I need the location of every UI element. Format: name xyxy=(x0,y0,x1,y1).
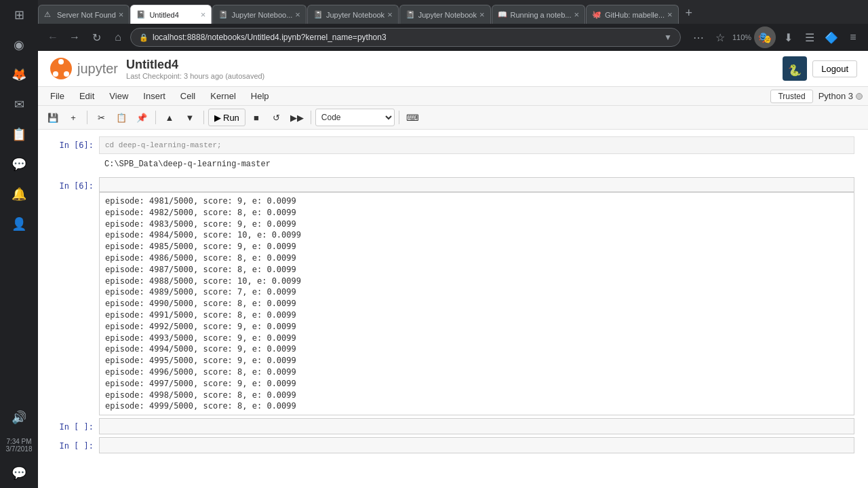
browser-sidebar: ⊞ ◉ 🦊 ✉ 📋 💬 🔔 👤 🔊 7:34 PM 3/7/2018 💬 xyxy=(0,0,38,488)
copy-button[interactable]: 📋 xyxy=(112,109,131,126)
cells-container: In [6]: cd deep-q-learning-master; C:\SP… xyxy=(38,130,868,488)
zoom-level[interactable]: 110% xyxy=(732,28,751,47)
checkpoint-info: Last Checkpoint: 3 hours ago (autosaved) xyxy=(126,72,264,80)
tab-favicon-4: 📓 xyxy=(313,10,323,20)
reload-button[interactable]: ↻ xyxy=(87,28,106,47)
tab-github[interactable]: 🐙 GitHub: mabelle... × xyxy=(586,5,679,24)
tab-jupyter-5[interactable]: 📓 Jupyter Notebook × xyxy=(399,5,491,24)
home-button[interactable]: ⌂ xyxy=(108,28,127,47)
empty-code-cell-2[interactable] xyxy=(99,437,854,453)
sidebar-collapse-icon[interactable]: 💬 xyxy=(5,459,33,487)
tab-jupyter-3[interactable]: 📓 Jupyter Noteboo... × xyxy=(212,5,306,24)
sidebar-chat-icon[interactable]: 💬 xyxy=(5,151,33,178)
system-time: 7:34 PM xyxy=(6,438,31,445)
sidebar-mail-icon[interactable]: ✉ xyxy=(5,91,33,118)
settings-icon[interactable]: ≡ xyxy=(844,28,863,47)
kernel-indicator: Python 3 xyxy=(818,91,863,101)
code-cell-truncated[interactable]: cd deep-q-learning-master; xyxy=(99,136,854,154)
cut-button[interactable]: ✂ xyxy=(92,109,111,126)
menu-insert[interactable]: Insert xyxy=(136,88,172,104)
tab-title-7: GitHub: mabelle... xyxy=(605,11,665,19)
tab-title-4: Jupyter Notebook xyxy=(326,11,384,19)
path-output-text: C:\SPB_Data\deep-q-learning-master xyxy=(99,157,854,172)
tab-title-5: Jupyter Notebook xyxy=(418,11,477,19)
tab-close-2[interactable]: × xyxy=(201,10,206,20)
paste-button[interactable]: 📌 xyxy=(132,109,151,126)
forward-button[interactable]: → xyxy=(65,28,84,47)
move-down-button[interactable]: ▼ xyxy=(180,109,199,126)
empty-cell-prompt-2: In [ ]: xyxy=(38,437,99,451)
tab-favicon-5: 📓 xyxy=(406,10,415,20)
tab-close-6[interactable]: × xyxy=(574,10,579,20)
menu-edit[interactable]: Edit xyxy=(73,88,101,104)
tab-jupyter-4[interactable]: 📓 Jupyter Notebook × xyxy=(307,5,399,24)
toolbar-separator-4 xyxy=(311,111,311,124)
sidebar-toggle[interactable]: ☰ xyxy=(800,28,819,47)
sidebar-apps-icon[interactable]: ⊞ xyxy=(5,1,33,29)
more-actions-button[interactable]: ⋯ xyxy=(689,28,708,47)
tab-title-1: Server Not Found xyxy=(57,11,116,19)
back-button[interactable]: ← xyxy=(43,28,62,47)
code-cell-6[interactable] xyxy=(99,177,854,192)
tab-close-1[interactable]: × xyxy=(119,10,124,20)
toolbar-separator-2 xyxy=(155,111,156,124)
tab-close-7[interactable]: × xyxy=(667,10,673,20)
menu-items: File Edit View Insert Cell Kernel Help xyxy=(43,88,276,104)
tab-favicon-1: ⚠ xyxy=(44,10,54,20)
tab-untitled4[interactable]: 📓 Untitled4 × xyxy=(130,5,212,24)
save-button[interactable]: 💾 xyxy=(43,109,62,126)
restart-run-button[interactable]: ▶▶ xyxy=(288,109,307,126)
sidebar-circle-icon[interactable]: ◉ xyxy=(5,31,33,58)
toolbar-separator-5 xyxy=(399,111,399,124)
menu-cell[interactable]: Cell xyxy=(174,88,202,104)
svg-point-3 xyxy=(64,71,69,77)
cell-prompt-truncated: In [6]: xyxy=(38,136,99,150)
move-up-button[interactable]: ▲ xyxy=(160,109,179,126)
bookmark-icon[interactable]: ☆ xyxy=(711,28,730,47)
jupyter-logo-icon xyxy=(49,56,73,81)
menu-bar: File Edit View Insert Cell Kernel Help T… xyxy=(38,87,868,106)
tab-running[interactable]: 📖 Running a noteb... × xyxy=(492,5,586,24)
menu-kernel[interactable]: Kernel xyxy=(203,88,243,104)
new-tab-button[interactable]: + xyxy=(679,3,698,22)
menu-right: Trusted Python 3 xyxy=(770,90,863,103)
menu-file[interactable]: File xyxy=(43,88,71,104)
jupyter-actions: 🐍 Logout xyxy=(783,56,857,81)
output-text-pre: episode: 4981/5000, score: 9, e: 0.0099 … xyxy=(105,195,848,412)
tab-bar: ⚠ Server Not Found × 📓 Untitled4 × 📓 Jup… xyxy=(38,0,868,24)
logout-button[interactable]: Logout xyxy=(812,60,857,77)
sidebar-speaker-icon[interactable]: 🔊 xyxy=(5,404,33,431)
interrupt-button[interactable]: ■ xyxy=(247,109,266,126)
sidebar-user-icon[interactable]: 👤 xyxy=(5,210,33,238)
restart-button[interactable]: ↺ xyxy=(267,109,286,126)
output-scroll-box[interactable]: episode: 4981/5000, score: 9, e: 0.0099 … xyxy=(99,192,854,415)
tab-favicon-6: 📖 xyxy=(498,10,507,20)
svg-point-1 xyxy=(58,59,64,64)
trusted-badge[interactable]: Trusted xyxy=(770,90,812,103)
sidebar-notification-icon[interactable]: 🔔 xyxy=(5,181,33,208)
browser-chrome: ⚠ Server Not Found × 📓 Untitled4 × 📓 Jup… xyxy=(38,0,868,51)
run-button[interactable]: ▶ Run xyxy=(208,109,245,126)
tab-close-4[interactable]: × xyxy=(387,10,393,20)
menu-help[interactable]: Help xyxy=(244,88,276,104)
sidebar-fire-icon[interactable]: 🦊 xyxy=(5,61,33,88)
tab-favicon-7: 🐙 xyxy=(592,10,601,20)
address-bar[interactable]: 🔒 localhost:8888/notebooks/Untitled4.ipy… xyxy=(130,28,681,47)
tab-server-not-found[interactable]: ⚠ Server Not Found × xyxy=(38,5,130,24)
menu-view[interactable]: View xyxy=(102,88,135,104)
add-cell-button[interactable]: + xyxy=(64,109,83,126)
sidebar-calendar-icon[interactable]: 📋 xyxy=(5,121,33,148)
run-icon: ▶ xyxy=(214,113,221,123)
download-icon[interactable]: ⬇ xyxy=(778,28,797,47)
notebook-title-area: Untitled4 Last Checkpoint: 3 hours ago (… xyxy=(126,58,264,80)
tab-close-3[interactable]: × xyxy=(295,10,300,20)
tab-close-5[interactable]: × xyxy=(479,10,485,20)
address-bar-row: ← → ↻ ⌂ 🔒 localhost:8888/notebooks/Untit… xyxy=(38,24,868,51)
python-logo: 🐍 xyxy=(783,56,807,81)
empty-code-cell-1[interactable] xyxy=(99,418,854,434)
cell-content-truncated: cd deep-q-learning-master; C:\SPB_Data\d… xyxy=(99,136,854,174)
keyboard-shortcuts-button[interactable]: ⌨ xyxy=(403,109,422,126)
cell-type-select[interactable]: Code Markdown Raw NBConvert Heading xyxy=(315,109,395,126)
extensions-icon[interactable]: 🔷 xyxy=(822,28,841,47)
notebook-name[interactable]: Untitled4 xyxy=(126,58,264,72)
